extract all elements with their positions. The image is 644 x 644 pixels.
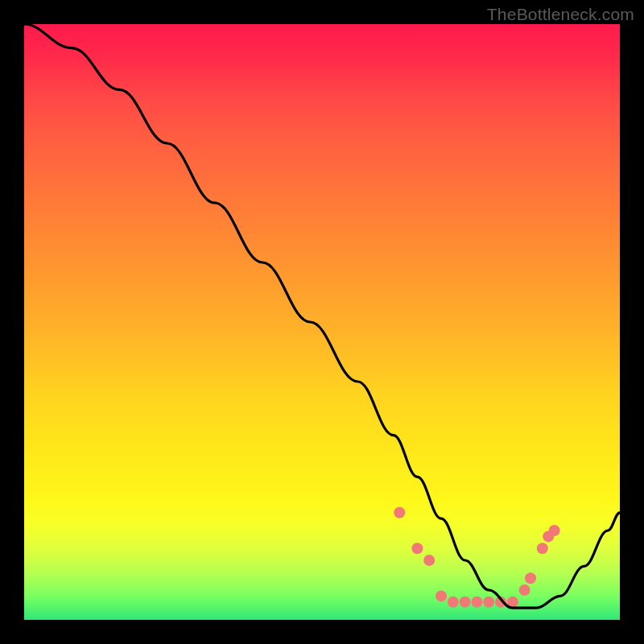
watermark-label: TheBottleneck.com [487, 5, 634, 24]
marker-dot [519, 584, 530, 596]
chart-container: TheBottleneck.com [0, 0, 644, 644]
series-curve [24, 24, 620, 608]
marker-dot [394, 507, 405, 518]
marker-dot [549, 525, 560, 536]
marker-dot [525, 572, 536, 584]
marker-dot [423, 555, 435, 566]
chart-svg [24, 24, 620, 620]
marker-dot [537, 543, 548, 554]
marker-dot [460, 597, 471, 608]
marker-dot [436, 590, 447, 601]
marker-dot [448, 597, 459, 608]
marker-group [394, 507, 559, 608]
marker-dot [411, 543, 423, 554]
marker-dot [483, 597, 494, 608]
marker-dot [471, 597, 482, 608]
plot-area [24, 24, 620, 620]
